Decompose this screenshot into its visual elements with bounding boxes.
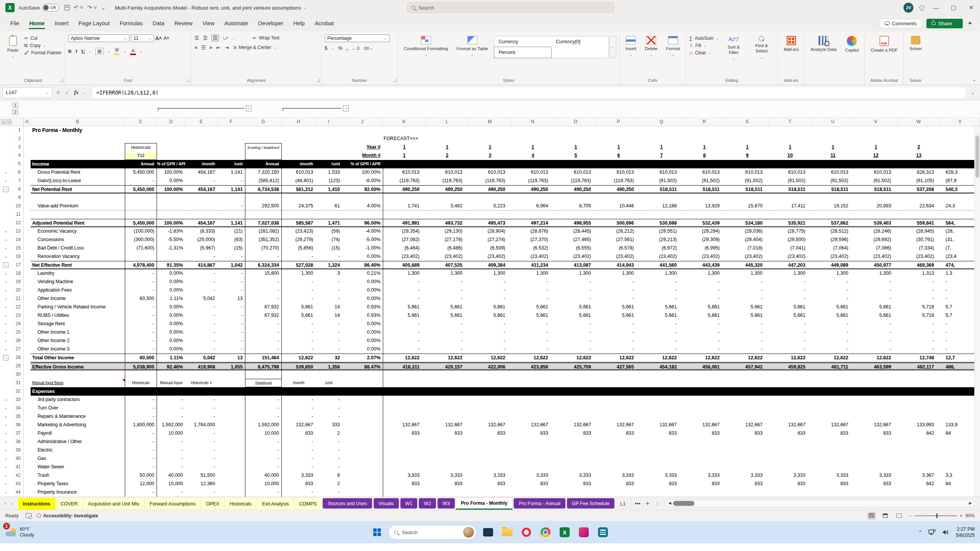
cell-N11[interactable] (511, 210, 554, 219)
cell-M18[interactable]: 1,300 (469, 269, 511, 278)
cell-C42[interactable]: 50,000 (125, 471, 157, 480)
cut-button[interactable]: ✂Cut (24, 36, 61, 41)
cell-H28[interactable]: 12,622 (282, 354, 315, 362)
cell-G6[interactable]: 7,320,150 (245, 168, 282, 177)
cell-G10[interactable]: 292,500 (245, 202, 282, 210)
cell-S43[interactable]: 833 (726, 480, 769, 488)
row-header-27[interactable]: 27 (11, 345, 24, 354)
cell-G41[interactable]: - (245, 463, 282, 471)
cell-K41[interactable] (383, 463, 426, 471)
fill-button[interactable]: ⇩Fill⌄ (689, 43, 719, 48)
cell-E21[interactable]: 5,042 (185, 295, 217, 303)
accessibility-status[interactable]: Accessibility: Investigate (37, 513, 98, 518)
cell-P12[interactable]: 500,696 (597, 219, 640, 227)
cell-Q36[interactable]: 132,667 (640, 421, 683, 429)
cell-J1[interactable] (342, 126, 383, 135)
cell-H13[interactable]: (23,423) (282, 227, 315, 236)
cell-A11[interactable] (24, 210, 31, 219)
cell-V1[interactable] (854, 126, 897, 135)
cell-C7[interactable]: - (125, 177, 157, 185)
cell-C11[interactable] (125, 210, 157, 219)
cell-S22[interactable]: 5,661 (726, 303, 769, 311)
cell-W4[interactable]: 13 (897, 152, 940, 160)
cell-E25[interactable]: - (185, 328, 217, 337)
row-header-8[interactable]: 8 (11, 185, 24, 194)
col-outline-level-1[interactable]: 1 (12, 103, 18, 108)
fill-color-icon[interactable]: ⛨ (114, 47, 119, 55)
cell-A42[interactable] (24, 471, 31, 480)
cell-G4[interactable] (245, 152, 282, 160)
gallery-more-icon[interactable]: ⌄ (609, 36, 616, 58)
cell-R24[interactable]: - (683, 320, 726, 328)
cell-O11[interactable] (554, 210, 597, 219)
cell-V22[interactable]: 5,661 (854, 303, 897, 311)
normal-view-icon[interactable] (867, 512, 876, 520)
cell-U19[interactable]: - (812, 278, 854, 286)
cell-E17[interactable]: 414,867 (185, 261, 217, 269)
cell-P40[interactable] (597, 455, 640, 463)
cell-T36[interactable]: 132,667 (769, 421, 812, 429)
cell-V31[interactable] (854, 379, 897, 387)
cell-O40[interactable] (554, 455, 597, 463)
cell-M11[interactable] (469, 210, 511, 219)
cell-M14[interactable]: (27,274) (469, 236, 511, 244)
cell-V9[interactable] (854, 194, 897, 202)
cell-G16[interactable]: - (245, 253, 282, 261)
cell-M22[interactable]: 5,661 (469, 303, 511, 311)
cell-I31[interactable]: /unit (315, 379, 342, 387)
cell-L5[interactable] (426, 160, 469, 168)
cell-D40[interactable]: - (157, 455, 185, 463)
cell-L19[interactable]: - (426, 278, 469, 286)
cell-E1[interactable] (185, 126, 217, 135)
cell-B26[interactable]: Other Income 2 (31, 337, 125, 345)
prev-sheet-icon[interactable]: ‹ (5, 500, 6, 506)
cell-O36[interactable]: 132,667 (554, 421, 597, 429)
cell-L44[interactable] (426, 488, 469, 497)
cell-G2[interactable] (245, 135, 282, 143)
cell-B1[interactable]: Pro Forma - Monthly (31, 126, 125, 135)
cell-K13[interactable]: (29,354) (383, 227, 426, 236)
row-header-1[interactable]: 1 (11, 126, 24, 135)
cell-D26[interactable]: 0.00% (157, 337, 185, 345)
cell-J31[interactable] (342, 379, 383, 387)
cell-G33[interactable]: - (245, 396, 282, 404)
cell-V33[interactable] (854, 396, 897, 404)
cell-A3[interactable] (24, 143, 31, 152)
cell-K5[interactable] (383, 160, 426, 168)
cell-B4[interactable] (31, 152, 125, 160)
column-header-F[interactable]: F (217, 118, 245, 126)
row-header-22[interactable]: 22 (11, 303, 24, 311)
cell-C25[interactable]: - (125, 328, 157, 337)
cell-T13[interactable]: (28,775) (769, 227, 812, 236)
cell-T8[interactable]: 518,511 (769, 185, 812, 194)
cell-G26[interactable]: - (245, 337, 282, 345)
cell-E43[interactable]: 12,360 (185, 480, 217, 488)
copy-button[interactable]: ⧉Copy⌄ (24, 43, 61, 48)
name-box[interactable]: L147⌄ (2, 87, 52, 98)
sheet-tab-gp-fee-schedule[interactable]: GP Fee Schedule (567, 498, 614, 509)
cell-P25[interactable]: - (597, 328, 640, 337)
cell-E32[interactable] (185, 387, 217, 396)
cell-E9[interactable] (185, 194, 217, 202)
cell-T3[interactable]: 1 (769, 143, 812, 152)
cell-Q35[interactable] (640, 412, 683, 421)
cell-A19[interactable] (24, 278, 31, 286)
cell-I8[interactable]: 1,410 (315, 185, 342, 194)
cell-R20[interactable]: - (683, 286, 726, 295)
row-header-28[interactable]: 28 (11, 354, 24, 362)
cell-N21[interactable]: - (511, 295, 554, 303)
menu-tab-home[interactable]: Home (24, 17, 49, 30)
row-header-39[interactable]: 39 (11, 446, 24, 455)
cell-G31[interactable]: Stabilized (245, 379, 282, 387)
sheet-tab-w2[interactable]: W2 (419, 498, 436, 509)
cell-C23[interactable]: - (125, 311, 157, 320)
cell-K23[interactable]: 5,661 (383, 311, 426, 320)
cell-C4[interactable]: T12 (125, 152, 157, 160)
cell-P41[interactable] (597, 463, 640, 471)
cell-P14[interactable]: (27,561) (597, 236, 640, 244)
cell-P39[interactable] (597, 446, 640, 455)
cell-S11[interactable] (726, 210, 769, 219)
cell-E5[interactable]: /month (185, 160, 217, 168)
cell-Q41[interactable] (640, 463, 683, 471)
cell-U7[interactable]: (91,502) (812, 177, 854, 185)
